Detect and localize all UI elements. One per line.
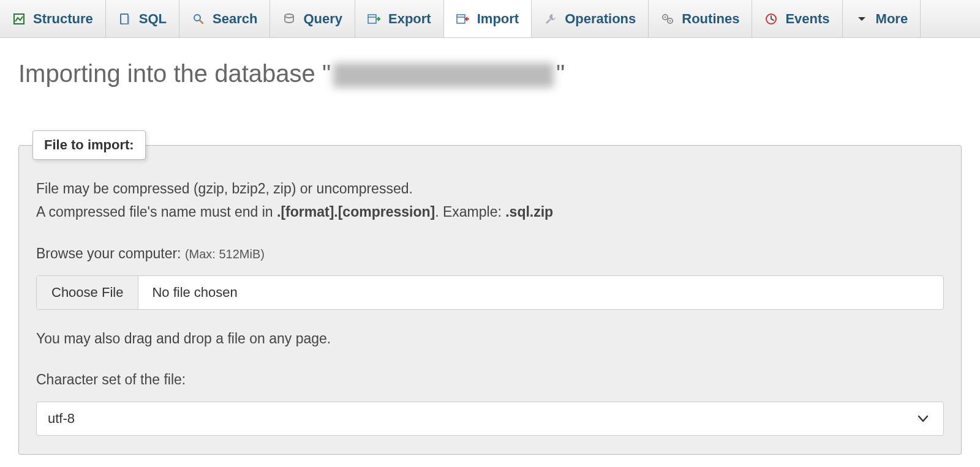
charset-select[interactable]: utf-8	[36, 402, 944, 436]
title-prefix: Importing into the database "	[18, 60, 331, 87]
routines-icon	[661, 12, 674, 26]
svg-point-4	[285, 14, 293, 18]
sql-icon	[118, 12, 132, 26]
structure-icon	[12, 12, 26, 26]
tab-label: SQL	[139, 11, 167, 27]
file-to-import-fieldset: File to import: File may be compressed (…	[18, 130, 962, 454]
charset-select-wrapper: utf-8	[36, 402, 944, 436]
import-icon	[456, 12, 470, 26]
tab-routines[interactable]: Routines	[649, 0, 752, 37]
tab-import[interactable]: Import	[444, 0, 532, 38]
events-icon	[764, 12, 778, 26]
browse-label-row: Browse your computer: (Max: 512MiB)	[36, 245, 944, 262]
tab-export[interactable]: Export	[355, 0, 444, 37]
tab-query[interactable]: Query	[270, 0, 355, 37]
choose-file-button[interactable]: Choose File	[37, 276, 138, 309]
max-size-hint: (Max: 512MiB)	[185, 247, 265, 261]
export-icon	[368, 12, 381, 26]
svg-rect-7	[457, 15, 465, 23]
query-icon	[282, 12, 296, 26]
compression-info-1: File may be compressed (gzip, bzip2, zip…	[36, 178, 944, 200]
tab-label: Export	[388, 11, 431, 27]
title-suffix: "	[556, 60, 565, 87]
tab-label: Events	[785, 11, 829, 27]
drag-drop-hint: You may also drag and drop a file on any…	[36, 331, 944, 347]
tab-label: More	[876, 11, 908, 27]
chevron-down-icon	[855, 12, 869, 26]
tab-label: Routines	[682, 11, 739, 27]
search-icon	[192, 12, 205, 26]
page-title: Importing into the database ""	[18, 60, 565, 88]
compression-info-2: A compressed file's name must end in .[f…	[36, 201, 944, 223]
file-chosen-status: No file chosen	[138, 276, 251, 309]
tab-search[interactable]: Search	[179, 0, 270, 37]
page-heading: Importing into the database ""	[0, 38, 980, 94]
svg-point-10	[665, 16, 666, 18]
svg-point-12	[669, 20, 671, 21]
browse-label: Browse your computer:	[36, 245, 185, 261]
top-tabs: Structure SQL Search Query Export Import	[0, 0, 980, 38]
file-input[interactable]: Choose File No file chosen	[36, 275, 944, 310]
svg-rect-5	[368, 15, 376, 23]
charset-label: Character set of the file:	[36, 372, 944, 388]
tab-structure[interactable]: Structure	[0, 0, 106, 37]
fieldset-legend: File to import:	[32, 130, 146, 160]
tab-label: Search	[213, 11, 257, 27]
tab-more[interactable]: More	[843, 0, 921, 37]
operations-icon	[544, 12, 557, 26]
svg-rect-1	[121, 14, 128, 24]
tab-label: Operations	[565, 11, 636, 27]
tab-label: Structure	[33, 11, 93, 27]
tab-label: Query	[303, 11, 342, 27]
tab-sql[interactable]: SQL	[106, 0, 179, 37]
tab-operations[interactable]: Operations	[532, 0, 649, 37]
svg-line-3	[200, 20, 203, 23]
tab-events[interactable]: Events	[752, 0, 842, 37]
tab-label: Import	[477, 11, 519, 27]
database-name-redacted	[333, 63, 554, 88]
